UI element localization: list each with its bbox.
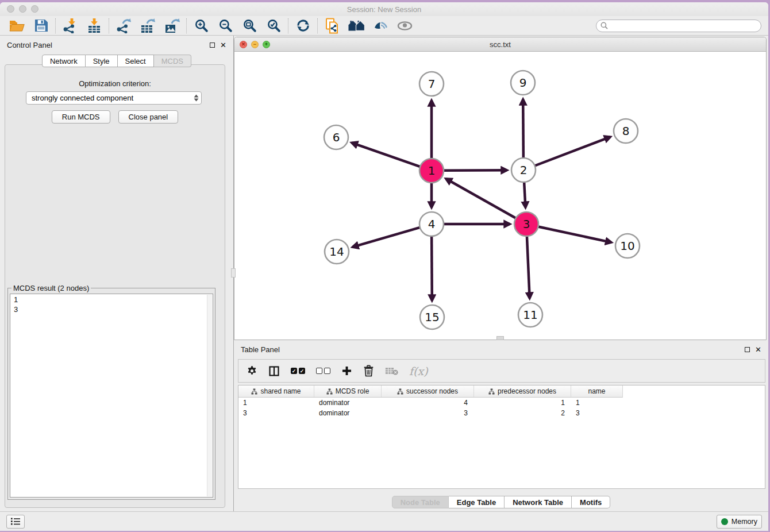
deselect-all-rows-icon[interactable] (316, 363, 330, 380)
column-header-mcds-role[interactable]: MCDS role (314, 385, 382, 397)
cell-shared-name[interactable]: 3 (238, 409, 314, 418)
table-row[interactable]: 1 dominator 4 1 1 (238, 399, 765, 408)
float-panel-icon[interactable] (210, 43, 215, 48)
titlebar: Session: New Session (0, 2, 768, 16)
tab-node-table[interactable]: Node Table (392, 496, 449, 508)
cell-shared-name[interactable]: 1 (238, 399, 314, 408)
network-close-button[interactable]: ✕ (240, 41, 247, 48)
edge-2-3[interactable] (524, 182, 525, 207)
hierarchy-icon (251, 388, 257, 395)
node-table[interactable]: shared name MCDS role successor nodes (238, 385, 765, 489)
cell-mcds-role[interactable]: dominator (314, 409, 382, 418)
tab-style[interactable]: Style (86, 55, 118, 67)
mcds-result-text[interactable]: 1 3 (10, 294, 213, 498)
mcds-tab-content: Optimization criterion: strongly connect… (5, 64, 225, 508)
edge-3-1[interactable] (446, 179, 515, 218)
edge-3-11[interactable] (527, 236, 530, 298)
memory-label: Memory (732, 518, 757, 526)
tab-motifs[interactable]: Motifs (572, 496, 610, 508)
graph-node-label-10: 10 (620, 239, 634, 253)
apply-layout-refresh-icon[interactable] (291, 17, 315, 34)
open-file-icon[interactable] (5, 17, 29, 34)
tab-edge-table[interactable]: Edge Table (449, 496, 505, 508)
cell-successor-nodes[interactable]: 3 (382, 409, 474, 418)
network-canvas[interactable]: 1234678910111415 (234, 52, 766, 340)
export-image-icon[interactable] (160, 17, 184, 34)
import-network-icon[interactable] (58, 17, 82, 34)
tab-mcds[interactable]: MCDS (154, 55, 191, 67)
float-table-panel-icon[interactable] (745, 347, 750, 352)
show-graphics-details-icon[interactable] (392, 17, 417, 34)
hierarchy-icon (326, 388, 333, 395)
edge-1-2[interactable] (444, 170, 507, 171)
network-view-window: ✕ − + scc.txt 1234678910111415 (234, 37, 767, 340)
zoom-window-button[interactable] (31, 5, 38, 13)
window-controls (7, 5, 38, 13)
network-minimize-button[interactable]: − (251, 41, 259, 48)
run-mcds-button[interactable]: Run MCDS (52, 110, 110, 124)
function-builder-icon[interactable]: f(x) (409, 365, 428, 377)
hierarchy-icon (488, 388, 495, 395)
column-header-name[interactable]: name (571, 385, 622, 397)
toolbar-separator (288, 18, 288, 33)
show-columns-icon[interactable] (268, 363, 280, 380)
export-table-icon[interactable] (136, 17, 160, 34)
edge-3-10[interactable] (538, 226, 611, 242)
hierarchy-icon (397, 388, 403, 395)
control-panel-tabs: Network Style Select MCDS (0, 55, 233, 67)
close-panel-icon[interactable]: ✕ (220, 41, 226, 49)
window-title: Session: New Session (347, 5, 421, 14)
column-header-successor-nodes[interactable]: successor nodes (382, 385, 474, 397)
delete-table-icon[interactable] (385, 363, 398, 380)
table-row[interactable]: 3 dominator 3 2 3 (238, 409, 765, 418)
search-input[interactable] (611, 21, 761, 31)
splitter-grip[interactable] (231, 268, 236, 277)
save-session-icon[interactable] (29, 17, 53, 34)
delete-column-trash-icon[interactable] (363, 363, 374, 380)
clone-network-icon[interactable] (320, 17, 344, 34)
zoom-selected-icon[interactable] (261, 17, 286, 34)
cell-mcds-role[interactable]: dominator (314, 399, 382, 408)
edge-2-9[interactable] (523, 99, 523, 158)
select-all-rows-icon[interactable] (291, 363, 305, 380)
export-network-icon[interactable] (111, 17, 136, 34)
close-window-button[interactable] (7, 5, 14, 13)
graph-node-label-15: 15 (425, 310, 439, 324)
cell-predecessor-nodes[interactable]: 1 (474, 399, 571, 408)
show-task-history-button[interactable] (6, 515, 25, 529)
zoom-fit-icon[interactable] (237, 17, 261, 34)
tab-network[interactable]: Network (42, 55, 86, 67)
network-zoom-button[interactable]: + (263, 41, 270, 48)
edge-2-8[interactable] (535, 137, 610, 165)
cell-successor-nodes[interactable]: 4 (382, 399, 474, 408)
result-scrollbar[interactable] (207, 295, 212, 496)
edge-1-6[interactable] (352, 143, 420, 167)
close-panel-button[interactable]: Close panel (118, 110, 179, 124)
home-layout-icon[interactable] (344, 17, 368, 34)
column-header-predecessor-nodes[interactable]: predecessor nodes (474, 385, 571, 397)
cell-name[interactable]: 3 (571, 409, 622, 418)
add-column-icon[interactable] (341, 363, 352, 380)
memory-button[interactable]: Memory (717, 515, 762, 529)
column-header-shared-name[interactable]: shared name (238, 385, 314, 397)
close-table-panel-icon[interactable]: ✕ (755, 346, 761, 353)
network-splitter-grip[interactable] (496, 336, 504, 340)
edge-4-15[interactable] (432, 236, 432, 300)
tab-select[interactable]: Select (118, 55, 154, 67)
cell-predecessor-nodes[interactable]: 2 (474, 409, 571, 418)
table-settings-gear-icon[interactable] (247, 363, 257, 380)
graph-node-label-1: 1 (428, 164, 436, 178)
table-panel-title: Table Panel (241, 345, 280, 354)
criterion-dropdown[interactable]: strongly connected component (26, 91, 202, 105)
search-field[interactable] (596, 20, 761, 32)
tab-network-table[interactable]: Network Table (505, 496, 572, 508)
zoom-out-icon[interactable] (213, 17, 237, 34)
hide-graphics-details-icon[interactable] (368, 17, 392, 34)
cell-name[interactable]: 1 (571, 399, 622, 408)
zoom-in-icon[interactable] (189, 17, 213, 34)
import-table-icon[interactable] (82, 17, 106, 34)
minimize-window-button[interactable] (19, 5, 26, 13)
toolbar-separator (55, 18, 56, 33)
graph-node-label-4: 4 (428, 217, 436, 231)
edge-4-14[interactable] (353, 228, 420, 247)
